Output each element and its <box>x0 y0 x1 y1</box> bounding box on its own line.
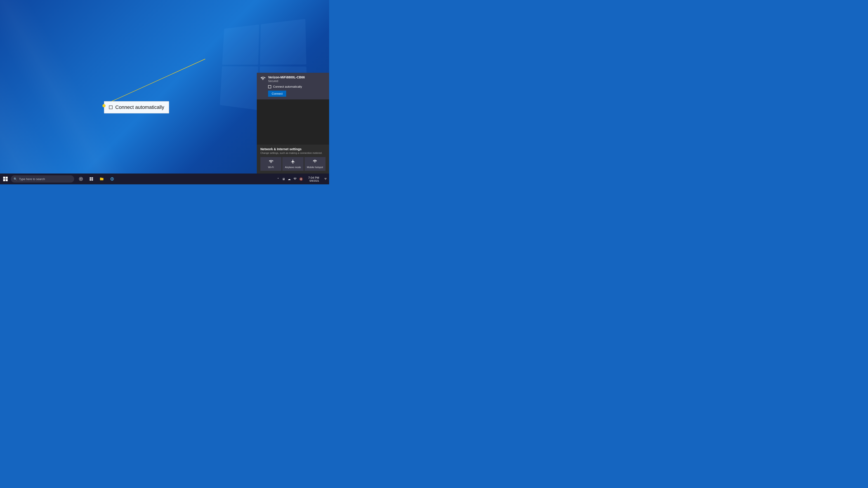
tray-cloud-icon[interactable]: ☁ <box>287 177 291 181</box>
wifi-panel: Verizon-MiFi8800L-CB66 Secured Connect a… <box>257 73 329 173</box>
airplane-icon <box>291 159 295 165</box>
wifi-quick-btn-hotspot[interactable]: Mobile hotspot <box>305 157 326 171</box>
widgets-button[interactable] <box>86 173 96 184</box>
taskbar-search[interactable]: 🔍 Type here to search <box>11 175 74 183</box>
wifi-quick-label-wifi: Wi-Fi <box>268 166 274 168</box>
pointer-dot <box>102 104 105 107</box>
start-icon <box>3 177 8 181</box>
system-tray: ⌃ 🖥 ☁ 🔇 <box>274 173 306 184</box>
wifi-quick-label-hotspot: Mobile hotspot <box>307 166 323 168</box>
wifi-connect-auto-row[interactable]: Connect automatically <box>268 85 326 88</box>
wifi-bottom-section: Network & Internet settings Change setti… <box>257 144 329 173</box>
tray-chevron[interactable]: ⌃ <box>276 177 280 181</box>
wifi-network-info: Verizon-MiFi8800L-CB66 Secured Connect a… <box>268 75 326 97</box>
svg-rect-5 <box>92 177 93 179</box>
clock-date: 6/8/2021 <box>309 180 319 182</box>
browser-button[interactable] <box>107 173 117 184</box>
taskbar-clock[interactable]: 7:04 PM 6/8/2021 <box>306 173 322 184</box>
connect-auto-label: Connect automatically <box>273 85 302 88</box>
wifi-quick-btn-wifi[interactable]: Wi-Fi <box>260 157 281 171</box>
connect-auto-checkbox[interactable] <box>268 85 271 88</box>
annotation-callout: Connect automatically <box>104 101 169 113</box>
wifi-quick-label-airplane: Airplane mode <box>285 166 301 168</box>
svg-point-3 <box>80 178 82 180</box>
svg-rect-7 <box>92 179 93 181</box>
svg-rect-6 <box>90 179 91 181</box>
hotspot-icon <box>313 159 317 165</box>
wifi-network-status: Secured <box>268 79 326 83</box>
wifi-networks-list <box>257 99 329 144</box>
tray-wifi-icon[interactable] <box>292 177 298 181</box>
taskbar-right: ⌃ 🖥 ☁ 🔇 7:04 PM 6/8/2021 <box>274 173 329 184</box>
wifi-network-name: Verizon-MiFi8800L-CB66 <box>268 75 326 79</box>
taskbar-pinned-icons <box>76 173 117 184</box>
wifi-signal-icon <box>260 76 266 82</box>
start-button[interactable] <box>0 173 11 184</box>
clock-time: 7:04 PM <box>308 176 319 180</box>
wifi-settings-subtitle: Change settings, such as making a connec… <box>260 152 326 154</box>
wifi-icon <box>269 159 273 165</box>
taskbar: 🔍 Type here to search <box>0 173 329 184</box>
wifi-settings-title[interactable]: Network & Internet settings <box>260 147 326 151</box>
tray-volume-mute-icon[interactable]: 🔇 <box>298 177 304 181</box>
search-icon: 🔍 <box>13 177 17 181</box>
wifi-connect-button[interactable]: Connect <box>268 91 286 97</box>
task-view-button[interactable] <box>76 173 86 184</box>
wifi-quick-btn-airplane[interactable]: Airplane mode <box>282 157 303 171</box>
wifi-network-item[interactable]: Verizon-MiFi8800L-CB66 Secured Connect a… <box>257 73 329 99</box>
annotation-checkbox-visual <box>109 105 113 109</box>
svg-rect-4 <box>90 177 91 179</box>
notification-button[interactable] <box>322 173 329 184</box>
wifi-quick-settings: Wi-Fi Airplane mode Mobile hotspot <box>260 157 326 171</box>
annotation-text: Connect automatically <box>115 104 164 110</box>
search-placeholder-text: Type here to search <box>19 177 45 181</box>
file-explorer-button[interactable] <box>97 173 107 184</box>
tray-network-icon[interactable]: 🖥 <box>281 177 286 181</box>
